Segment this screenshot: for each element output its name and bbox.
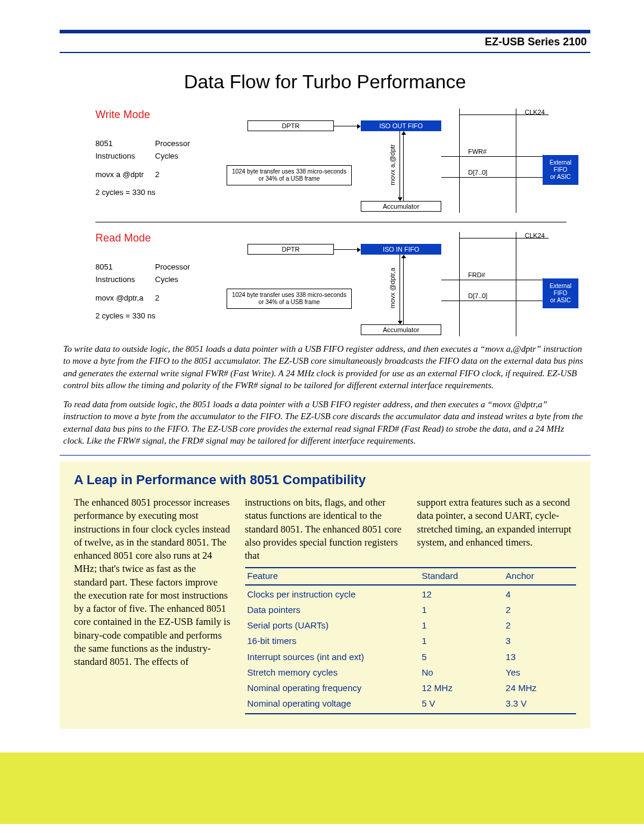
fwr-label: FWR# — [468, 148, 487, 155]
page-title: Data Flow for Turbo Performance — [60, 71, 590, 93]
table-row: Data pointers12 — [245, 602, 576, 618]
arrow-dptr-iso — [334, 126, 357, 126]
write-instr-table: 8051Processor InstructionsCycles movx a … — [95, 138, 209, 199]
fwr-line — [441, 156, 543, 157]
table-row: Stretch memory cyclesNoYes — [245, 665, 576, 680]
dptr-box: DPTR — [247, 120, 334, 131]
write-mode-heading: Write Mode — [95, 109, 209, 121]
write-note: 1024 byte transfer uses 338 micro-second… — [227, 165, 352, 185]
movx-label-r: movx @dptr,a — [389, 268, 396, 308]
read-note: 1024 byte transfer uses 338 micro-second… — [227, 289, 352, 309]
iso-in-fifo-box: ISO IN FIFO — [361, 244, 441, 255]
read-mode-heading: Read Mode — [95, 232, 209, 244]
yellow-col1: The enhanced 8051 processor increases pe… — [74, 496, 232, 714]
accumulator-box: Accumulator — [361, 201, 441, 212]
clk-label-r: CLK24 — [525, 232, 545, 239]
series-title: EZ-USB Series 2100 — [60, 36, 590, 48]
yellow-col2: instructions on bits, flags, and other s… — [245, 496, 404, 562]
feature-table: Feature Standard Anchor Clocks per instr… — [245, 567, 576, 714]
table-row: 16-bit timers13 — [245, 633, 576, 649]
external-fifo-box: External FIFO or ASIC — [543, 155, 578, 185]
table-row: Serial ports (UARTs)12 — [245, 618, 576, 633]
iso-out-fifo-box: ISO OUT FIFO — [361, 120, 441, 131]
header-rule — [60, 52, 590, 53]
frd-label: FRD# — [468, 271, 485, 278]
table-row: Clocks per instruction cycle124 — [245, 587, 576, 602]
movx-label: movx a,@dptr — [389, 144, 396, 185]
clk-label: CLK24 — [525, 109, 545, 116]
d70-line — [441, 177, 543, 178]
paragraph-write: To write data to outside logic, the 8051… — [63, 343, 587, 391]
yellow-col3: support extra features such as a second … — [417, 496, 576, 562]
write-mode-diagram: Write Mode 8051Processor InstructionsCyc… — [60, 109, 590, 216]
table-row: Nominal operating voltage5 V3.3 V — [245, 696, 576, 711]
table-row: Interrupt sources (int and ext)513 — [245, 649, 576, 665]
line-iso-acc — [400, 131, 400, 197]
yellow-info-box: A Leap in Performance with 8051 Compatib… — [60, 462, 590, 729]
read-instr-table: 8051Processor InstructionsCycles movx @d… — [95, 261, 209, 323]
section-divider — [95, 222, 566, 222]
table-row: Nominal operating frequency12 MHz24 MHz — [245, 680, 576, 696]
footer-strip — [0, 753, 644, 824]
header-rule-thick — [60, 30, 590, 33]
d70-label: D[7..0] — [468, 169, 487, 176]
accumulator-box-r: Accumulator — [361, 324, 441, 335]
section-rule — [60, 455, 590, 456]
external-fifo-box-r: External FIFO or ASIC — [543, 278, 578, 308]
yellow-heading: A Leap in Performance with 8051 Compatib… — [74, 472, 576, 488]
d70-label-r: D[7..0] — [468, 292, 487, 299]
paragraph-read: To read data from outside logic, the 805… — [63, 398, 587, 447]
th-feature: Feature — [245, 568, 420, 584]
read-mode-diagram: Read Mode 8051Processor InstructionsCycl… — [60, 232, 590, 339]
dptr-box-r: DPTR — [247, 244, 334, 255]
th-anchor: Anchor — [503, 568, 576, 584]
th-standard: Standard — [419, 568, 503, 584]
